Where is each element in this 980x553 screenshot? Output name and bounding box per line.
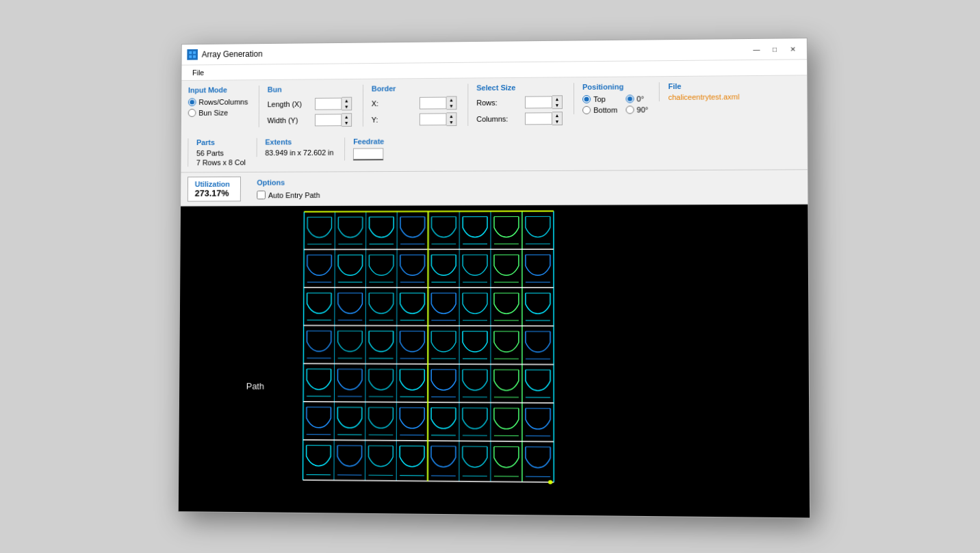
svg-rect-4 xyxy=(179,205,810,517)
positioning-90deg-label: 90° xyxy=(636,105,648,114)
columns-row: Columns: 8 ▲ ▼ xyxy=(476,112,563,126)
bun-width-label: Width (Y) xyxy=(267,116,311,124)
window-title: Array Generation xyxy=(202,44,745,59)
border-x-up[interactable]: ▲ xyxy=(447,97,456,103)
positioning-top-radio[interactable]: Top xyxy=(582,94,617,103)
positioning-0deg-radio[interactable]: 0° xyxy=(626,94,648,103)
input-mode-radios: Rows/Columns Bun Size xyxy=(188,97,248,116)
border-x-down[interactable]: ▼ xyxy=(447,103,456,109)
feedrate-group: Feedrate 500 xyxy=(344,137,384,160)
bun-length-input[interactable]: 41 xyxy=(315,97,341,110)
extents-value: 83.949 in x 72.602 in xyxy=(265,148,333,156)
positioning-top-label: Top xyxy=(593,94,606,103)
rows-down[interactable]: ▼ xyxy=(552,102,562,108)
border-label: Border xyxy=(372,83,457,92)
columns-btns: ▲ ▼ xyxy=(552,112,563,125)
bun-length-spinner: 41 ▲ ▼ xyxy=(315,97,352,110)
parts-group: Parts 56 Parts 7 Rows x 8 Col xyxy=(188,138,246,166)
select-size-group: Select Size Rows: 7 ▲ ▼ Columns: 8 xyxy=(467,83,563,126)
positioning-group: Positioning Top Bottom xyxy=(573,82,648,114)
minimize-button[interactable]: — xyxy=(748,42,765,55)
positioning-inner: Top Bottom 0° xyxy=(582,94,648,114)
bun-length-up[interactable]: ▲ xyxy=(341,97,351,103)
utilization-label: Utilization xyxy=(195,179,234,188)
svg-line-22 xyxy=(428,211,428,480)
svg-rect-2 xyxy=(189,55,192,57)
positioning-label: Positioning xyxy=(582,82,648,91)
bun-length-label: Length (X) xyxy=(268,100,311,108)
positioning-vertical: Top Bottom xyxy=(582,94,617,114)
rows-row: Rows: 7 ▲ ▼ xyxy=(476,95,563,110)
file-menu[interactable]: File xyxy=(187,66,209,79)
maximize-button[interactable]: □ xyxy=(766,42,784,55)
file-link[interactable]: chaliceentrytest.axml xyxy=(668,92,739,101)
border-y-label: Y: xyxy=(372,115,415,123)
bun-length-spinner-btns: ▲ ▼ xyxy=(341,97,352,110)
rows-input[interactable]: 7 xyxy=(525,96,552,108)
input-mode-label: Input Mode xyxy=(188,86,248,94)
svg-rect-1 xyxy=(193,51,196,53)
auto-entry-path-label: Auto Entry Path xyxy=(268,190,320,198)
border-y-input[interactable]: 0.9 xyxy=(420,113,447,125)
rows-spinner: 7 ▲ ▼ xyxy=(525,95,563,109)
parts-label: Parts xyxy=(196,138,246,146)
rows-up[interactable]: ▲ xyxy=(552,96,562,102)
svg-rect-0 xyxy=(189,51,192,53)
bottom-toolbar: Utilization 273.17% Options Auto Entry P… xyxy=(181,170,808,206)
bun-length-row: Length (X) 41 ▲ ▼ xyxy=(268,97,352,111)
rows-btns: ▲ ▼ xyxy=(552,95,563,109)
positioning-bottom-label: Bottom xyxy=(593,105,617,114)
border-x-label: X: xyxy=(372,99,415,107)
input-mode-group: Input Mode Rows/Columns Bun Size xyxy=(188,86,248,117)
extents-label: Extents xyxy=(265,138,333,146)
rows-columns-label: Rows/Columns xyxy=(198,97,248,105)
window-controls: — □ ✕ xyxy=(748,42,801,55)
canvas-area: Path xyxy=(179,204,810,517)
select-size-label: Select Size xyxy=(476,83,563,92)
border-y-down[interactable]: ▼ xyxy=(446,119,456,125)
close-button[interactable]: ✕ xyxy=(784,42,801,55)
positioning-bottom-radio[interactable]: Bottom xyxy=(582,105,617,114)
columns-up[interactable]: ▲ xyxy=(552,112,562,118)
feedrate-input[interactable]: 500 xyxy=(353,148,383,160)
auto-entry-path-checkbox[interactable]: Auto Entry Path xyxy=(257,190,320,199)
bun-size-label: Bun Size xyxy=(198,108,228,116)
bun-length-down[interactable]: ▼ xyxy=(341,103,351,110)
extents-group: Extents 83.949 in x 72.602 in xyxy=(257,138,334,157)
main-window: Array Generation — □ ✕ File Input Mode R… xyxy=(178,38,810,518)
rows-columns-radio[interactable]: Rows/Columns xyxy=(188,97,248,105)
bun-size-radio[interactable]: Bun Size xyxy=(188,108,248,116)
utilization-box: Utilization 273.17% xyxy=(188,176,241,201)
rows-label: Rows: xyxy=(476,98,521,106)
border-y-up[interactable]: ▲ xyxy=(446,113,456,119)
positioning-0deg-label: 0° xyxy=(636,94,644,103)
bun-width-up[interactable]: ▲ xyxy=(341,114,351,120)
border-x-input[interactable]: 0 xyxy=(420,97,447,109)
parts-value: 56 Parts xyxy=(196,149,246,157)
file-label: File xyxy=(668,81,739,90)
border-x-spinner: 0 ▲ ▼ xyxy=(420,96,457,110)
options-label: Options xyxy=(257,178,320,186)
columns-spinner: 8 ▲ ▼ xyxy=(525,112,563,125)
options-group: Options Auto Entry Path xyxy=(257,178,320,199)
app-icon xyxy=(187,49,198,60)
columns-label: Columns: xyxy=(476,114,521,123)
auto-entry-path-input[interactable] xyxy=(257,190,266,199)
bun-label: Bun xyxy=(268,84,352,93)
parts-rows-cols: 7 Rows x 8 Col xyxy=(196,158,246,166)
bun-width-down[interactable]: ▼ xyxy=(341,120,351,126)
bun-width-input[interactable]: 42 xyxy=(315,114,341,126)
bun-width-spinner: 42 ▲ ▼ xyxy=(315,113,352,127)
columns-input[interactable]: 8 xyxy=(525,112,552,125)
canvas-svg: Path xyxy=(179,204,810,517)
border-y-row: Y: 0.9 ▲ ▼ xyxy=(372,112,457,127)
positioning-angle: 0° 90° xyxy=(626,94,648,114)
feedrate-label: Feedrate xyxy=(353,137,384,145)
path-text-label: Path xyxy=(246,381,264,391)
positioning-90deg-radio[interactable]: 90° xyxy=(626,105,648,114)
bun-width-spinner-btns: ▲ ▼ xyxy=(341,113,352,127)
columns-down[interactable]: ▼ xyxy=(552,118,562,125)
bun-width-row: Width (Y) 42 ▲ ▼ xyxy=(267,113,352,127)
file-group: File chaliceentrytest.axml xyxy=(659,81,739,101)
border-y-btns: ▲ ▼ xyxy=(446,112,456,126)
